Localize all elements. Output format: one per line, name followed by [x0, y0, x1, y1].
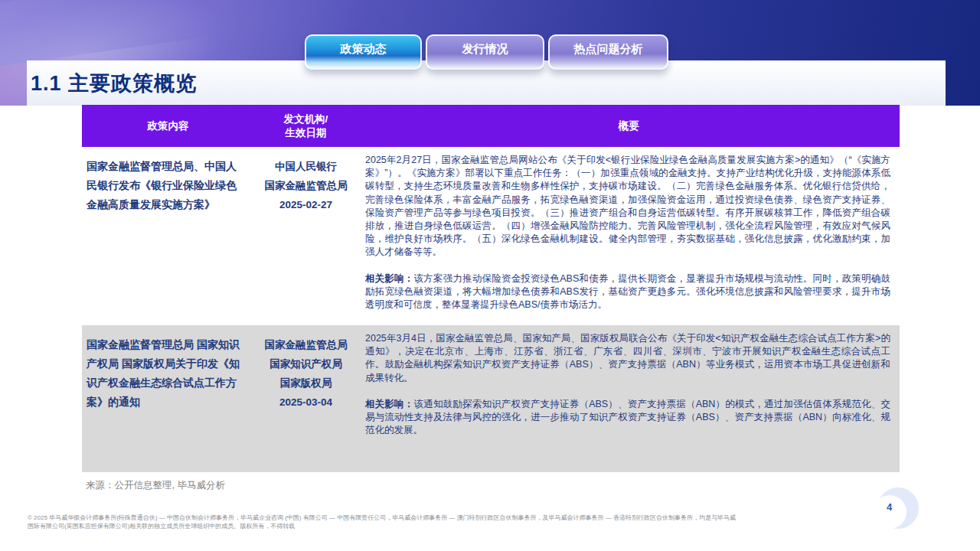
- tab-label: 政策动态: [341, 42, 387, 57]
- table-row: 国家金融监督管理总局 国家知识产权局 国家版权局关于印发《知识产权金融生态综合试…: [82, 325, 900, 472]
- impact-text: 该方案强力推动保险资金投资绿色ABS和债券，提供长期资金，显著提升市场规模与流动…: [365, 273, 890, 310]
- tab-label: 发行情况: [462, 42, 508, 57]
- summary-text: 2025年3月4日，国家金融监管总局、国家知产局、国家版权局联合公布《关于印发<…: [365, 332, 890, 385]
- page-number: 4: [887, 501, 892, 513]
- tab-label: 热点问题分析: [574, 42, 643, 57]
- issuer-date-cell: 中国人民银行 国家金融监管总局 2025-02-27: [254, 147, 358, 325]
- table-header-row: 政策内容 发文机构/ 生效日期 概要: [82, 105, 900, 147]
- header-issuer-date: 发文机构/ 生效日期: [254, 105, 358, 147]
- source-note: 来源：公开信息整理, 毕马威分析: [86, 479, 225, 492]
- policy-table: 政策内容 发文机构/ 生效日期 概要 国家金融监督管理总局、中国人民银行发布《银…: [82, 105, 900, 472]
- tab-issuance-status[interactable]: 发行情况: [426, 34, 544, 70]
- impact-paragraph: 相关影响：该方案强力推动保险资金投资绿色ABS和债券，提供长期资金，显著提升市场…: [365, 272, 890, 312]
- copyright-line-2: 国际有限公司(英国私营担保有限公司)相关联的独立成员所全球组织中的成员。版权所有…: [28, 522, 858, 530]
- tab-policy-updates[interactable]: 政策动态: [305, 34, 422, 70]
- policy-content-cell: 国家金融监督管理总局 国家知识产权局 国家版权局关于印发《知识产权金融生态综合试…: [82, 325, 254, 472]
- impact-paragraph: 相关影响：该通知鼓励探索知识产权资产支持证券（ABS）、资产支持票据（ABN）的…: [365, 398, 890, 438]
- copyright-line-1: © 2025 毕马威华振会计师事务所(特殊普通合伙) — 中国合伙制会计师事务所…: [28, 514, 858, 522]
- copyright-notice: © 2025 毕马威华振会计师事务所(特殊普通合伙) — 中国合伙制会计师事务所…: [28, 514, 858, 530]
- impact-text: 该通知鼓励探索知识产权资产支持证券（ABS）、资产支持票据（ABN）的模式，通过…: [365, 399, 890, 435]
- page-title: 1.1 主要政策概览: [27, 70, 197, 97]
- header-policy-content: 政策内容: [82, 105, 254, 147]
- impact-label: 相关影响：: [365, 399, 414, 409]
- table-row: 国家金融监督管理总局、中国人民银行发布《银行业保险业绿色金融高质量发展实施方案》…: [82, 147, 900, 325]
- policy-content-cell: 国家金融监督管理总局、中国人民银行发布《银行业保险业绿色金融高质量发展实施方案》: [82, 147, 254, 325]
- tab-hot-topics-analysis[interactable]: 热点问题分析: [548, 34, 668, 70]
- issuer-date-cell: 国家金融监管总局 国家知识产权局 国家版权局 2025-03-04: [254, 325, 358, 472]
- section-tabs: 政策动态 发行情况 热点问题分析: [305, 34, 668, 80]
- summary-cell: 2025年2月27日，国家金融监管总局网站公布《关于印发<银行业保险业绿色金融高…: [358, 147, 900, 325]
- summary-text: 2025年2月27日，国家金融监管总局网站公布《关于印发<银行业保险业绿色金融高…: [365, 154, 890, 259]
- summary-cell: 2025年3月4日，国家金融监管总局、国家知产局、国家版权局联合公布《关于印发<…: [358, 325, 900, 472]
- page-number-decoration: 4: [873, 486, 919, 532]
- header-summary: 概要: [358, 105, 900, 147]
- impact-label: 相关影响：: [365, 273, 414, 284]
